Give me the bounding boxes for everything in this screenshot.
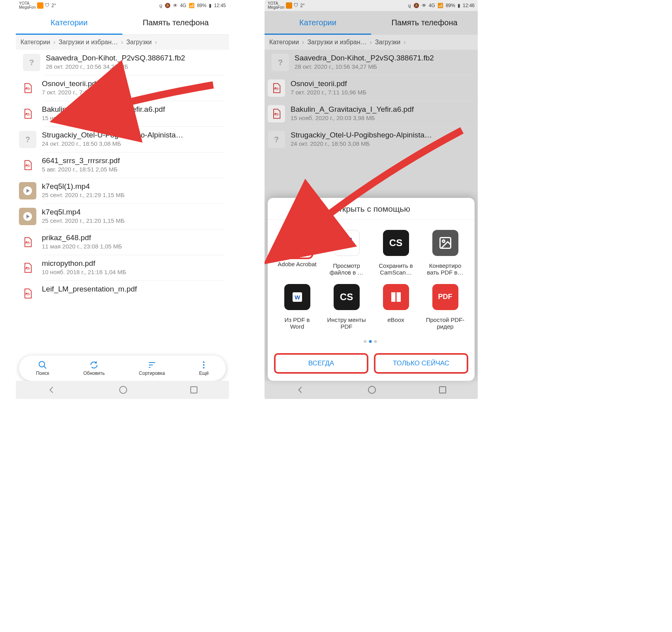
video-icon <box>19 182 36 199</box>
svg-text:PDF: PDF <box>25 242 30 245</box>
svg-point-11 <box>203 361 205 363</box>
tab-storage[interactable]: Память телефона <box>371 11 478 34</box>
file-meta: 15 нояб. 2020 г., 20:03 3,98 МБ <box>291 115 468 121</box>
page-dots: ••• <box>268 333 475 350</box>
bottom-toolbar: Поиск Обновить Сортировка Ещё <box>19 356 226 381</box>
svg-point-13 <box>203 367 205 369</box>
file-list[interactable]: ? Saavedra_Don-Kihot._P2vSQ.388671.fb2 2… <box>265 50 478 152</box>
svg-line-7 <box>44 366 46 369</box>
signal-icon: 📶 <box>437 3 443 8</box>
file-meta: 28 окт. 2020 г., 10:56 34,27 МБ <box>46 63 224 70</box>
app-label: Конвертиро вать PDF в… <box>426 262 465 276</box>
recent-icon[interactable] <box>439 386 446 393</box>
file-meta: 11 мая 2020 г., 23:08 1,05 МБ <box>42 243 220 250</box>
pdf-icon: PDF <box>19 105 36 122</box>
file-item[interactable]: PDF Leif_LM_presentation_m.pdf <box>44 280 224 306</box>
file-meta: 24 окт. 2020 г., 18:50 3,08 МБ <box>42 140 220 147</box>
file-meta: 7 окт. 2020 г., 7:11 10,96 МБ <box>42 89 220 96</box>
file-item[interactable]: ? Strugackiy_Otel-U-Pogibshego-Alpinista… <box>293 126 473 152</box>
svg-text:PDF: PDF <box>274 113 279 116</box>
app-dropbox[interactable]: PDF◆◆ Просмотр файлов в … <box>323 227 370 276</box>
file-item[interactable]: PDF Bakulin_A_Gravitaciya_I_Yefir.a6.pdf… <box>44 101 224 126</box>
tab-categories[interactable]: Категории <box>16 11 122 34</box>
bc-2[interactable]: Загрузки <box>375 39 400 46</box>
more-button[interactable]: Ещё <box>199 360 209 376</box>
file-name: Saavedra_Don-Kihot._P2vSQ.388671.fb2 <box>295 54 473 62</box>
file-item[interactable]: k7eq5l.mp4 25 сент. 2020 г., 21:20 1,15 … <box>44 203 224 229</box>
bc-0[interactable]: Категории <box>21 39 50 46</box>
file-item[interactable]: ? Saavedra_Don-Kihot._P2vSQ.388671.fb2 2… <box>16 50 229 75</box>
eboox-icon <box>383 284 409 310</box>
app-eboox[interactable]: eBoox <box>373 281 419 330</box>
pdf-icon: PDF <box>268 79 285 97</box>
search-button[interactable]: Поиск <box>36 360 49 376</box>
back-icon[interactable] <box>47 386 56 394</box>
just-once-button[interactable]: ТОЛЬКО СЕЙЧАС <box>374 353 468 374</box>
battery-icon: ▮ <box>209 3 212 8</box>
file-meta: 15 нояб. 2020 г., 20:03 3,98 МБ <box>42 115 220 121</box>
update-icon <box>37 2 43 9</box>
app-cs[interactable]: CS Сохранить в CamScan… <box>373 227 419 276</box>
sort-button[interactable]: Сортировка <box>139 360 165 376</box>
svg-text:PDF: PDF <box>25 165 30 167</box>
clock: 12:46 <box>463 3 475 8</box>
carrier2: MegaFon <box>268 6 284 9</box>
pdf-icon: PDF <box>19 259 36 276</box>
app-word[interactable]: W Из PDF в Word <box>274 281 320 330</box>
shield-icon: ⛉ <box>45 3 50 8</box>
battery-text: 89% <box>446 3 455 8</box>
file-item[interactable]: PDF prikaz_648.pdf 11 мая 2020 г., 23:08… <box>44 229 224 255</box>
sort-label: Сортировка <box>139 371 165 376</box>
file-item[interactable]: PDF Osnovi_teorii.pdf 7 окт. 2020 г., 7:… <box>293 75 473 101</box>
file-name: Osnovi_teorii.pdf <box>291 79 468 88</box>
bc-2[interactable]: Загрузки <box>126 39 152 46</box>
chevron-right-icon: › <box>121 39 123 46</box>
mute-icon: 🔕 <box>413 3 419 8</box>
pdf-icon: PDF <box>19 285 36 302</box>
file-item[interactable]: ? Saavedra_Don-Kihot._P2vSQ.388671.fb2 2… <box>265 50 478 75</box>
android-nav <box>16 381 229 399</box>
file-item[interactable]: PDF micropython.pdf 10 нояб. 2018 г., 21… <box>44 255 224 280</box>
recent-icon[interactable] <box>190 386 197 393</box>
chevron-right-icon: › <box>155 39 157 46</box>
bc-1[interactable]: Загрузки и избран… <box>307 39 366 46</box>
app-pdfreader[interactable]: PDF Простой PDF-ридер <box>422 281 468 330</box>
signal-icon: 📶 <box>189 3 195 8</box>
pdf-icon: PDF <box>19 156 36 174</box>
svg-text:W: W <box>294 294 300 301</box>
home-icon[interactable] <box>119 386 127 394</box>
app-label: Простой PDF-ридер <box>426 316 465 330</box>
refresh-button[interactable]: Обновить <box>83 360 105 376</box>
unknown-icon: ? <box>268 131 285 148</box>
tab-storage[interactable]: Память телефона <box>122 11 229 34</box>
svg-text:PDF: PDF <box>25 88 30 90</box>
file-item[interactable]: PDF 6641_srrs_3_rrrsrsr.pdf 5 авг. 2020 … <box>44 152 224 178</box>
file-name: Bakulin_A_Gravitaciya_I_Yefir.a6.pdf <box>42 105 220 114</box>
app-image[interactable]: Конвертиро вать PDF в… <box>422 227 468 276</box>
app-label: Adobe Acrobat <box>278 261 316 267</box>
app-label: Просмотр файлов в … <box>327 262 366 276</box>
app-cs[interactable]: CS Инстру менты PDF <box>323 281 370 330</box>
file-meta: 5 авг. 2020 г., 18:51 2,05 МБ <box>42 166 220 173</box>
svg-point-6 <box>39 361 45 367</box>
battery-text: 89% <box>197 3 206 8</box>
svg-text:PDF: PDF <box>25 113 30 116</box>
network-icon: 4G <box>429 3 435 8</box>
home-icon[interactable] <box>368 386 376 394</box>
tab-categories[interactable]: Категории <box>265 11 371 34</box>
file-item[interactable]: PDF Bakulin_A_Gravitaciya_I_Yefir.a6.pdf… <box>293 101 473 126</box>
file-name: Osnovi_teorii.pdf <box>42 79 220 88</box>
file-item[interactable]: k7eq5l(1).mp4 25 сент. 2020 г., 21:29 1,… <box>44 178 224 203</box>
file-item[interactable]: PDF Osnovi_teorii.pdf 7 окт. 2020 г., 7:… <box>44 75 224 101</box>
refresh-icon <box>89 360 99 370</box>
acrobat-icon <box>284 230 310 256</box>
file-item[interactable]: ? Strugackiy_Otel-U-Pogibshego-Alpinista… <box>44 126 224 152</box>
more-icon <box>199 360 208 370</box>
always-button[interactable]: ВСЕГДА <box>274 353 368 374</box>
app-acrobat[interactable]: Adobe Acrobat <box>274 227 320 276</box>
phone-right: YOTA MegaFon ⛉ 2° ⚼ 🔕 👁 4G 📶 89% ▮ 12:46… <box>265 0 478 399</box>
back-icon[interactable] <box>296 386 305 394</box>
bc-1[interactable]: Загрузки и избран… <box>58 39 118 46</box>
bc-0[interactable]: Категории <box>269 39 299 46</box>
file-list[interactable]: ? Saavedra_Don-Kihot._P2vSQ.388671.fb2 2… <box>16 50 229 306</box>
